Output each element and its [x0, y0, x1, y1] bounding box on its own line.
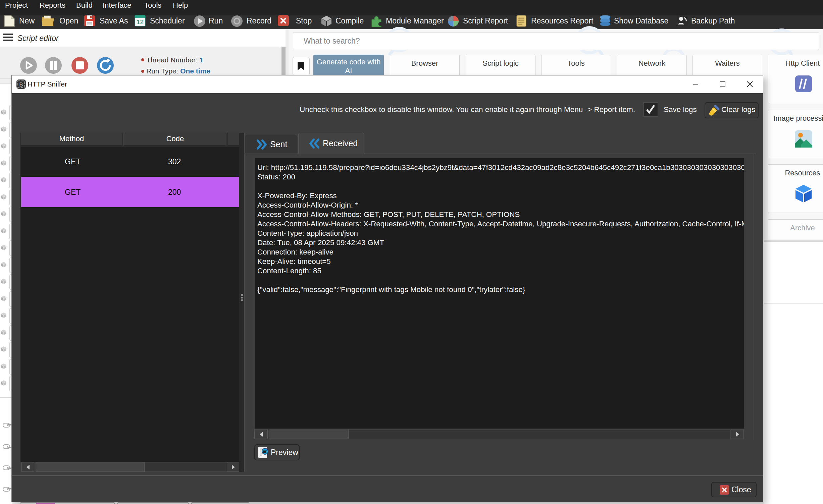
svg-text:12: 12: [137, 18, 144, 25]
svg-text:B: B: [19, 81, 23, 88]
